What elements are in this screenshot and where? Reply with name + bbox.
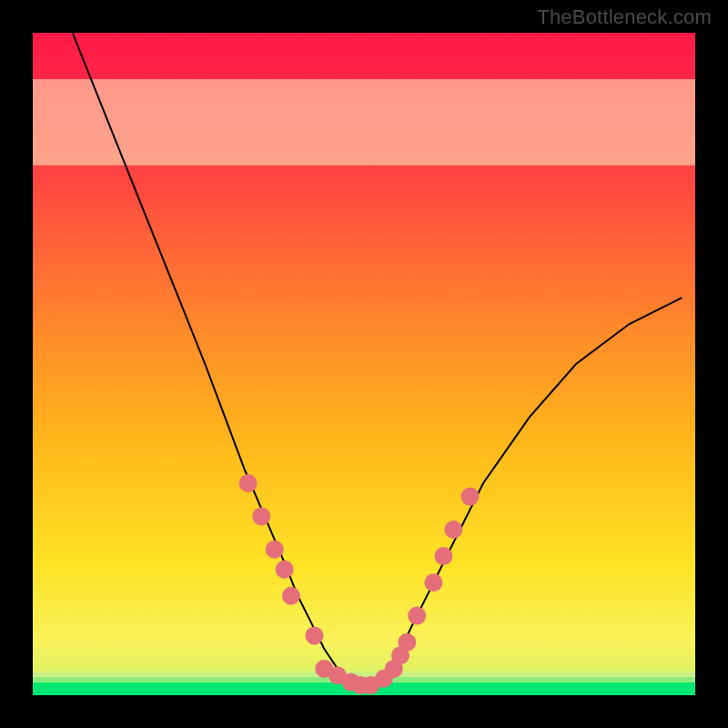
data-marker: [408, 607, 426, 625]
data-marker: [282, 587, 300, 605]
green-stripe-fade-2: [33, 672, 695, 677]
data-marker: [434, 547, 452, 565]
data-marker: [239, 474, 258, 492]
data-marker: [398, 633, 416, 652]
data-marker: [444, 521, 462, 539]
chart-root: { "watermark": "TheBottleneck.com", "cha…: [0, 0, 728, 728]
pale-band: [33, 79, 695, 166]
watermark-text: TheBottleneck.com: [537, 5, 712, 29]
data-marker: [276, 561, 294, 579]
plot-area: [33, 33, 695, 695]
data-marker: [252, 507, 270, 525]
data-marker: [266, 541, 284, 559]
data-marker: [461, 488, 480, 506]
data-marker: [305, 627, 323, 645]
data-marker: [424, 573, 442, 592]
chart-canvas: [0, 0, 728, 728]
